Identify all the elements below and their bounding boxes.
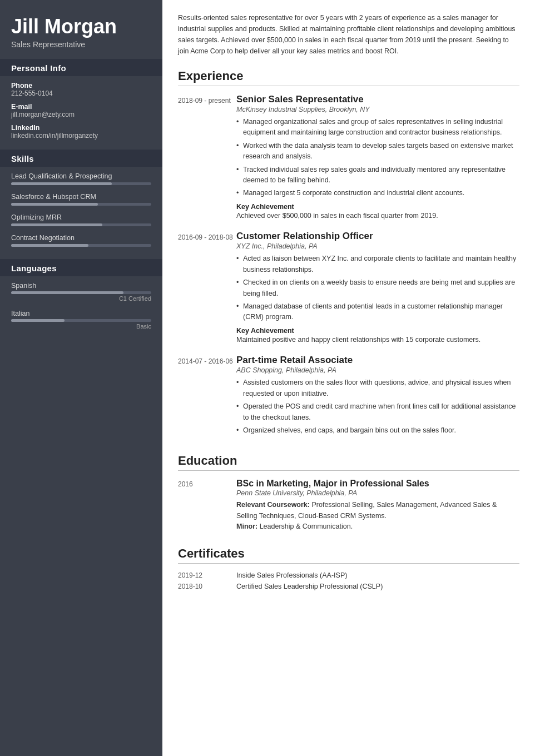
personal-info-content: Phone 212-555-0104 E-mail jill.morgan@ze… <box>0 76 162 150</box>
exp-date-0: 2018-09 - present <box>178 94 236 221</box>
linkedin-label: LinkedIn <box>11 124 151 132</box>
linkedin-value: linkedin.com/in/jillmorganzety <box>11 132 151 140</box>
email-info: E-mail jill.morgan@zety.com <box>11 103 151 118</box>
skill-bar-bg-0 <box>11 182 151 185</box>
exp-role-2: Part-time Retail Associate <box>236 355 519 366</box>
skill-name-1: Salesforce & Hubspot CRM <box>11 193 151 201</box>
candidate-title: Sales Representative <box>11 40 151 49</box>
edu-school-0: Penn State University, Philadelphia, PA <box>236 489 519 497</box>
key-achievement-block-0: Key Achievement Achieved over $500,000 i… <box>236 202 519 221</box>
exp-company-2: ABC Shopping, Philadelphia, PA <box>236 366 519 374</box>
skill-name-2: Optimizing MRR <box>11 213 151 221</box>
education-title: Education <box>178 454 519 471</box>
bullet-1-0: Acted as liaison between XYZ Inc. and co… <box>236 253 519 275</box>
lang-name-0: Spanish <box>11 282 36 290</box>
cert-entry-0: 2019-12 Inside Sales Professionals (AA-I… <box>178 571 519 579</box>
exp-date-1: 2016-09 - 2018-08 <box>178 231 236 345</box>
bullet-0-3: Managed largest 5 corporate construction… <box>236 188 519 198</box>
languages-label: Languages <box>11 263 57 273</box>
lang-bar-bg-1 <box>11 319 151 322</box>
exp-entry-1: 2016-09 - 2018-08 Customer Relationship … <box>178 231 519 345</box>
skill-item-2: Optimizing MRR <box>11 213 151 226</box>
certificates-title: Certificates <box>178 546 519 564</box>
skills-label: Skills <box>11 154 34 163</box>
phone-info: Phone 212-555-0104 <box>11 82 151 97</box>
exp-role-1: Customer Relationship Officer <box>236 231 519 242</box>
edu-entry-0: 2016 BSc in Marketing, Major in Professi… <box>178 479 519 532</box>
exp-entry-0: 2018-09 - present Senior Sales Represent… <box>178 94 519 221</box>
education-section: Education 2016 BSc in Marketing, Major i… <box>178 454 519 532</box>
personal-info-header: Personal Info <box>0 59 162 76</box>
lang-bar-fill-1 <box>11 319 65 322</box>
skill-bar-fill-1 <box>11 203 98 206</box>
exp-company-1: XYZ Inc., Philadelphia, PA <box>236 242 519 250</box>
experience-section: Experience 2018-09 - present Senior Sale… <box>178 69 519 439</box>
edu-coursework: Relevant Coursework: Professional Sellin… <box>236 500 519 532</box>
coursework-label: Relevant Coursework: <box>236 501 310 509</box>
skill-item-0: Lead Qualification & Prospecting <box>11 172 151 185</box>
lang-row-1: Italian <box>11 310 151 317</box>
cert-name-1: Certified Sales Leadership Professional … <box>236 583 383 590</box>
key-achievement-label-1: Key Achievement <box>236 327 294 335</box>
skill-name-3: Contract Negotiation <box>11 234 151 242</box>
exp-body-0: Senior Sales Representative McKinsey Ind… <box>236 94 519 221</box>
key-achievement-label-0: Key Achievement <box>236 203 294 211</box>
key-achievement-text-1: Maintained positive and happy client rel… <box>236 336 480 344</box>
certificates-section: Certificates 2019-12 Inside Sales Profes… <box>178 546 519 590</box>
exp-bullets-2: Assisted customers on the sales floor wi… <box>236 377 519 436</box>
bullet-1-1: Checked in on clients on a weekly basis … <box>236 277 519 299</box>
main-content: Results-oriented sales representative fo… <box>162 0 535 756</box>
exp-bullets-1: Acted as liaison between XYZ Inc. and co… <box>236 253 519 322</box>
languages-header: Languages <box>0 259 162 276</box>
phone-label: Phone <box>11 82 151 89</box>
key-achievement-block-1: Key Achievement Maintained positive and … <box>236 326 519 345</box>
lang-row-0: Spanish <box>11 282 151 290</box>
skill-bar-fill-0 <box>11 182 112 185</box>
exp-company-0: McKinsey Industrial Supplies, Brooklyn, … <box>236 106 519 113</box>
exp-role-0: Senior Sales Representative <box>236 94 519 105</box>
bullet-2-1: Operated the POS and credit card machine… <box>236 401 519 423</box>
skill-item-3: Contract Negotiation <box>11 234 151 247</box>
minor-text: Leadership & Communication. <box>260 523 353 530</box>
bullet-2-0: Assisted customers on the sales floor wi… <box>236 377 519 399</box>
exp-body-2: Part-time Retail Associate ABC Shopping,… <box>236 355 519 439</box>
skill-name-0: Lead Qualification & Prospecting <box>11 172 151 180</box>
name-block: Jill Morgan Sales Representative <box>0 0 162 59</box>
edu-degree-0: BSc in Marketing, Major in Professional … <box>236 479 519 489</box>
bullet-2-2: Organized shelves, end caps, and bargain… <box>236 425 519 436</box>
languages-content: Spanish C1 Certified Italian Basic <box>0 276 162 342</box>
exp-body-1: Customer Relationship Officer XYZ Inc., … <box>236 231 519 345</box>
summary: Results-oriented sales representative fo… <box>178 12 519 57</box>
lang-bar-bg-0 <box>11 291 151 294</box>
bullet-1-2: Managed database of clients and potentia… <box>236 301 519 323</box>
cert-date-0: 2019-12 <box>178 571 236 579</box>
skill-bar-bg-2 <box>11 223 151 226</box>
cert-date-1: 2018-10 <box>178 583 236 590</box>
skill-bar-fill-3 <box>11 244 88 247</box>
language-item-1: Italian Basic <box>11 310 151 330</box>
email-value: jill.morgan@zety.com <box>11 111 151 118</box>
key-achievement-text-0: Achieved over $500,000 in sales in each … <box>236 212 438 220</box>
bullet-0-1: Worked with the data analysis team to de… <box>236 141 519 162</box>
sidebar: Jill Morgan Sales Representative Persona… <box>0 0 162 756</box>
lang-name-1: Italian <box>11 310 29 317</box>
skill-bar-fill-2 <box>11 223 102 226</box>
linkedin-info: LinkedIn linkedin.com/in/jillmorganzety <box>11 124 151 140</box>
phone-value: 212-555-0104 <box>11 89 151 97</box>
language-item-0: Spanish C1 Certified <box>11 282 151 302</box>
lang-level-0: C1 Certified <box>11 295 151 302</box>
skills-content: Lead Qualification & Prospecting Salesfo… <box>0 167 162 259</box>
personal-info-label: Personal Info <box>11 63 66 73</box>
skill-item-1: Salesforce & Hubspot CRM <box>11 193 151 206</box>
minor-label: Minor: <box>236 523 257 530</box>
exp-date-2: 2014-07 - 2016-06 <box>178 355 236 439</box>
cert-entry-1: 2018-10 Certified Sales Leadership Profe… <box>178 583 519 590</box>
edu-body-0: BSc in Marketing, Major in Professional … <box>236 479 519 532</box>
exp-entry-2: 2014-07 - 2016-06 Part-time Retail Assoc… <box>178 355 519 439</box>
lang-bar-fill-0 <box>11 291 123 294</box>
bullet-0-2: Tracked individual sales rep sales goals… <box>236 165 519 186</box>
edu-date-0: 2016 <box>178 479 236 532</box>
exp-bullets-0: Managed organizational sales and group o… <box>236 117 519 199</box>
bullet-0-0: Managed organizational sales and group o… <box>236 117 519 138</box>
email-label: E-mail <box>11 103 151 111</box>
